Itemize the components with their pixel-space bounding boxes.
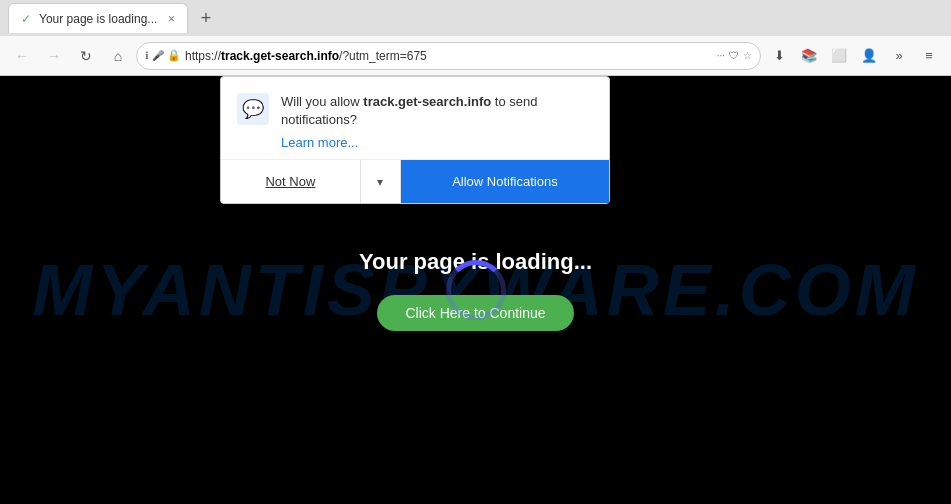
popup-icon: 💬 [237, 93, 269, 125]
url-suffix: /?utm_term=675 [339, 49, 427, 63]
url-domain: track.get-search.info [221, 49, 339, 63]
media-icon: 🎤 [152, 50, 164, 61]
learn-more-link[interactable]: Learn more... [281, 135, 358, 150]
message-prefix: Will you allow [281, 94, 363, 109]
reload-button[interactable]: ↻ [72, 42, 100, 70]
notification-popup: 💬 Will you allow track.get-search.info t… [220, 76, 610, 204]
nav-right-icons: ⬇ 📚 ⬜ 👤 » ≡ [765, 42, 943, 70]
popup-body: 💬 Will you allow track.get-search.info t… [221, 77, 609, 159]
dropdown-button[interactable]: ▾ [361, 160, 401, 203]
tab-bar: ✓ Your page is loading... × + [0, 0, 951, 36]
new-tab-button[interactable]: + [192, 4, 220, 32]
star-icon: ☆ [743, 50, 752, 61]
download-button[interactable]: ⬇ [765, 42, 793, 70]
loading-spinner [446, 260, 506, 320]
info-icon: ℹ [145, 50, 149, 61]
active-tab[interactable]: ✓ Your page is loading... × [8, 3, 188, 33]
lock-icon: 🔒 [167, 49, 181, 62]
shield-icon: 🛡 [729, 50, 739, 61]
more-icon: ··· [717, 50, 725, 61]
page-content: MYANTISPYWARE.COM Your page is loading..… [0, 76, 951, 504]
more-tools-button[interactable]: » [885, 42, 913, 70]
allow-notifications-button[interactable]: Allow Notifications [401, 160, 609, 203]
popup-actions: Not Now ▾ Allow Notifications [221, 159, 609, 203]
address-bar-icons: ℹ 🎤 🔒 [145, 49, 181, 62]
chat-icon: 💬 [242, 98, 264, 120]
message-domain: track.get-search.info [363, 94, 491, 109]
address-text: https://track.get-search.info/?utm_term=… [185, 49, 713, 63]
spinner-container [446, 260, 506, 320]
tab-close-button[interactable]: × [166, 10, 177, 28]
popup-message: Will you allow track.get-search.info to … [281, 93, 593, 129]
browser-frame: ✓ Your page is loading... × + ← → ↻ ⌂ ℹ … [0, 0, 951, 504]
tab-title: Your page is loading... [39, 12, 160, 26]
tab-check-icon: ✓ [21, 12, 31, 26]
url-prefix: https:// [185, 49, 221, 63]
forward-button[interactable]: → [40, 42, 68, 70]
back-button[interactable]: ← [8, 42, 36, 70]
address-bar[interactable]: ℹ 🎤 🔒 https://track.get-search.info/?utm… [136, 42, 761, 70]
tab-favicon: ✓ [19, 12, 33, 26]
account-button[interactable]: 👤 [855, 42, 883, 70]
bookmarks-button[interactable]: 📚 [795, 42, 823, 70]
popup-text: Will you allow track.get-search.info to … [281, 93, 593, 151]
not-now-button[interactable]: Not Now [221, 160, 361, 203]
menu-button[interactable]: ≡ [915, 42, 943, 70]
sync-button[interactable]: ⬜ [825, 42, 853, 70]
home-button[interactable]: ⌂ [104, 42, 132, 70]
nav-bar: ← → ↻ ⌂ ℹ 🎤 🔒 https://track.get-search.i… [0, 36, 951, 76]
